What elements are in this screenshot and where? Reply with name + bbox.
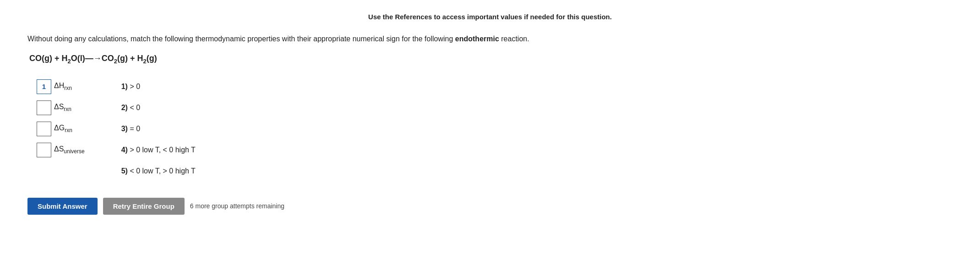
option-num-1: 1) bbox=[121, 81, 130, 93]
option-num-2: 2) bbox=[121, 102, 130, 114]
header-note: Use the References to access important v… bbox=[27, 13, 953, 21]
option-row-2: 2) < 0 bbox=[121, 100, 196, 116]
term-label-3: ΔGrxn bbox=[54, 124, 72, 134]
option-row-4: 4) > 0 low T, < 0 high T bbox=[121, 142, 196, 158]
option-row-5: 5) < 0 low T, > 0 high T bbox=[121, 163, 196, 179]
option-text-5: < 0 low T, > 0 high T bbox=[130, 165, 196, 177]
match-row-4[interactable]: ΔSuniverse bbox=[37, 142, 85, 158]
right-column: 1) > 0 2) < 0 3) = 0 4) > 0 low T, < 0 h… bbox=[121, 78, 196, 179]
option-row-3: 3) = 0 bbox=[121, 121, 196, 137]
match-row-2[interactable]: ΔSrxn bbox=[37, 100, 85, 116]
submit-answer-button[interactable]: Submit Answer bbox=[27, 198, 98, 215]
term-label-1: ΔHrxn bbox=[54, 82, 72, 91]
match-row-1[interactable]: 1 ΔHrxn bbox=[37, 78, 85, 95]
option-row-1: 1) > 0 bbox=[121, 78, 196, 95]
answer-box-2[interactable] bbox=[37, 100, 51, 115]
option-text-4: > 0 low T, < 0 high T bbox=[130, 144, 196, 156]
term-label-2: ΔSrxn bbox=[54, 103, 71, 112]
question-text: Without doing any calculations, match th… bbox=[27, 33, 953, 45]
retry-entire-group-button[interactable]: Retry Entire Group bbox=[103, 198, 185, 215]
term-label-4: ΔSuniverse bbox=[54, 145, 85, 155]
matching-area: 1 ΔHrxn ΔSrxn ΔGrxn ΔSuniverse 1) > 0 2)… bbox=[37, 78, 953, 179]
option-text-2: < 0 bbox=[130, 102, 140, 114]
option-num-3: 3) bbox=[121, 123, 130, 135]
answer-box-1[interactable]: 1 bbox=[37, 79, 51, 94]
option-num-5: 5) bbox=[121, 165, 130, 177]
match-row-3[interactable]: ΔGrxn bbox=[37, 121, 85, 137]
answer-box-3[interactable] bbox=[37, 122, 51, 136]
option-text-3: = 0 bbox=[130, 123, 140, 135]
left-column: 1 ΔHrxn ΔSrxn ΔGrxn ΔSuniverse bbox=[37, 78, 85, 179]
reaction-equation: CO(g) + H2O(l)—→CO2(g) + H2(g) bbox=[29, 54, 953, 65]
option-num-4: 4) bbox=[121, 144, 130, 156]
footer-bar: Submit Answer Retry Entire Group 6 more … bbox=[27, 198, 953, 215]
answer-box-4[interactable] bbox=[37, 143, 51, 157]
option-text-1: > 0 bbox=[130, 81, 140, 93]
attempts-remaining-text: 6 more group attempts remaining bbox=[190, 202, 284, 210]
